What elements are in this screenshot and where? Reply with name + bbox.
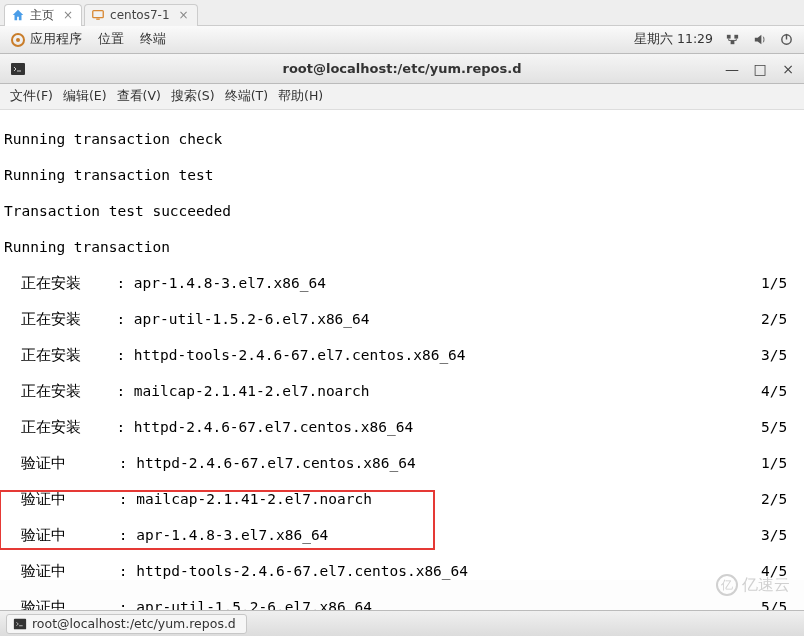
monitor-icon: [91, 8, 105, 22]
home-icon: [11, 8, 25, 22]
volume-icon[interactable]: [752, 32, 767, 47]
vm-tabs: 主页 × centos7-1 ×: [0, 0, 804, 26]
svg-rect-4: [727, 35, 731, 39]
menu-help[interactable]: 帮助(H): [278, 88, 323, 105]
minimize-button[interactable]: —: [724, 61, 740, 77]
places-label: 位置: [98, 31, 124, 48]
terminal-icon: [13, 617, 27, 631]
applications-menu[interactable]: 应用程序: [10, 31, 82, 48]
term-line: Running transaction check: [4, 130, 798, 148]
menu-edit[interactable]: 编辑(E): [63, 88, 107, 105]
maximize-button[interactable]: □: [752, 61, 768, 77]
terminal-label: 终端: [140, 31, 166, 48]
close-icon[interactable]: ×: [63, 8, 73, 22]
datetime-label[interactable]: 星期六 11:29: [634, 31, 713, 48]
window-titlebar: root@localhost:/etc/yum.repos.d — □ ×: [0, 54, 804, 84]
menubar: 文件(F) 编辑(E) 查看(V) 搜索(S) 终端(T) 帮助(H): [0, 84, 804, 110]
term-line: 正在安装 : mailcap-2.1.41-2.el7.noarch4/5: [4, 382, 798, 400]
term-line: 正在安装 : apr-1.4.8-3.el7.x86_641/5: [4, 274, 798, 292]
applications-label: 应用程序: [30, 31, 82, 48]
menu-view[interactable]: 查看(V): [117, 88, 161, 105]
power-icon[interactable]: [779, 32, 794, 47]
term-line: 正在安装 : httpd-tools-2.4.6-67.el7.centos.x…: [4, 346, 798, 364]
term-line: 验证中 : mailcap-2.1.41-2.el7.noarch2/5: [4, 490, 798, 508]
menu-file[interactable]: 文件(F): [10, 88, 53, 105]
taskbar: root@localhost:/etc/yum.repos.d: [0, 610, 804, 636]
vm-tab-centos[interactable]: centos7-1 ×: [84, 4, 198, 26]
term-line: Transaction test succeeded: [4, 202, 798, 220]
term-line: Running transaction test: [4, 166, 798, 184]
close-icon[interactable]: ×: [179, 8, 189, 22]
menu-terminal[interactable]: 终端(T): [225, 88, 268, 105]
vm-tab-label: 主页: [30, 7, 54, 24]
svg-rect-5: [734, 35, 738, 39]
taskbar-item-label: root@localhost:/etc/yum.repos.d: [32, 616, 236, 631]
vm-tab-home[interactable]: 主页 ×: [4, 4, 82, 26]
network-icon[interactable]: [725, 32, 740, 47]
svg-point-3: [16, 38, 20, 42]
term-line: Running transaction: [4, 238, 798, 256]
svg-rect-10: [14, 618, 26, 629]
svg-rect-1: [96, 19, 100, 20]
term-line: 正在安装 : httpd-2.4.6-67.el7.centos.x86_645…: [4, 418, 798, 436]
svg-rect-0: [93, 11, 104, 18]
terminal-output[interactable]: Running transaction check Running transa…: [0, 110, 804, 580]
svg-rect-6: [731, 40, 735, 44]
places-menu[interactable]: 位置: [98, 31, 124, 48]
term-line: 验证中 : httpd-tools-2.4.6-67.el7.centos.x8…: [4, 562, 798, 580]
term-line: 验证中 : apr-1.4.8-3.el7.x86_643/5: [4, 526, 798, 544]
term-line: 验证中 : httpd-2.4.6-67.el7.centos.x86_641/…: [4, 454, 798, 472]
terminal-menu[interactable]: 终端: [140, 31, 166, 48]
taskbar-item-terminal[interactable]: root@localhost:/etc/yum.repos.d: [6, 614, 247, 634]
gnome-top-panel: 应用程序 位置 终端 星期六 11:29: [0, 26, 804, 54]
vm-tab-label: centos7-1: [110, 8, 169, 22]
term-line: 正在安装 : apr-util-1.5.2-6.el7.x86_642/5: [4, 310, 798, 328]
svg-rect-9: [11, 63, 25, 75]
close-button[interactable]: ×: [780, 61, 796, 77]
apps-icon: [10, 32, 26, 48]
window-title: root@localhost:/etc/yum.repos.d: [282, 61, 521, 76]
menu-search[interactable]: 搜索(S): [171, 88, 215, 105]
terminal-app-icon: [10, 61, 26, 77]
